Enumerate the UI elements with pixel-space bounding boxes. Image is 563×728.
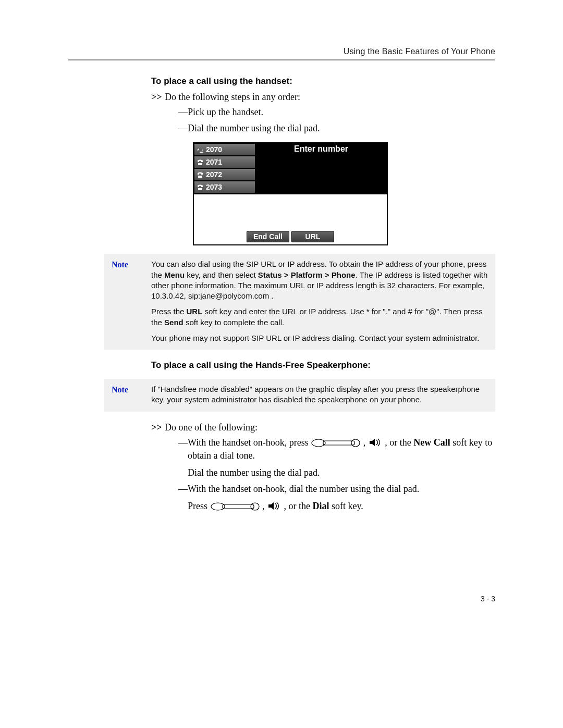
- svg-point-0: [202, 150, 203, 151]
- text: ,: [262, 501, 267, 511]
- phone-line-4-number: 2073: [206, 183, 222, 191]
- section1-title: To place a call using the handset:: [151, 76, 495, 87]
- phone-line-2-number: 2071: [206, 158, 222, 166]
- line-key-icon: [311, 438, 361, 448]
- section3-step-text: Do one of the following:: [165, 422, 258, 433]
- bullet-subpara: Dial the number using the dial pad.: [188, 466, 495, 479]
- text: With the handset on-hook, dial the numbe…: [188, 484, 419, 494]
- step-marker: >>: [151, 422, 165, 433]
- note-box-2: Note If "Handsfree mode disabled" appear…: [104, 379, 495, 412]
- note1-p3: Your phone may not support SIP URL or IP…: [151, 333, 488, 343]
- phone-line-1: 2070: [194, 143, 255, 156]
- text: Press the: [151, 307, 187, 316]
- text: ,: [363, 437, 368, 448]
- section1-bullets: Pick up the handset. Dial the number usi…: [151, 106, 495, 135]
- text: , or the: [284, 501, 313, 511]
- phone-line-3-number: 2072: [206, 170, 222, 179]
- phone-line-2: 2071: [194, 156, 255, 168]
- phone-icon: [197, 184, 204, 190]
- phone-line-1-number: 2070: [206, 145, 222, 154]
- phone-screen-right: Enter number: [255, 143, 387, 193]
- phone-line-4: 2073: [194, 181, 255, 193]
- page-number: 3 - 3: [481, 595, 495, 603]
- svg-point-6: [251, 503, 259, 510]
- speaker-key-icon: [267, 501, 282, 511]
- step-marker: >>: [151, 92, 165, 103]
- phone-line-keys: 2070 2071 2072: [194, 143, 255, 193]
- menu-key-name: Menu: [164, 270, 185, 279]
- bullet: Pick up the handset.: [178, 106, 495, 119]
- note2-p1: If "Handsfree mode disabled" appears on …: [151, 384, 488, 405]
- text: Press: [188, 501, 210, 511]
- text: , or the: [385, 437, 413, 448]
- phone-screen-top: 2070 2071 2072: [194, 143, 387, 194]
- text: With the handset on-hook, press: [188, 437, 311, 448]
- svg-rect-5: [223, 504, 254, 509]
- phone-screen-blank: [194, 194, 387, 229]
- softkey-url: URL: [291, 231, 334, 242]
- speaker-key-icon: [368, 437, 383, 448]
- note-label: Note: [112, 384, 151, 405]
- softkey-end-call: End Call: [247, 231, 289, 242]
- bullet-subpara: Press , , or the Dial soft key.: [188, 500, 495, 513]
- running-head: Using the Basic Features of Your Phone: [68, 47, 495, 56]
- text: soft key.: [329, 501, 363, 511]
- softkey-name: New Call: [413, 437, 450, 448]
- bullet: With the handset on-hook, press , , or t…: [178, 436, 495, 480]
- note-body: You can also dial using the SIP URL or I…: [151, 259, 488, 343]
- note-body: If "Handsfree mode disabled" appears on …: [151, 384, 488, 405]
- section1-step: >>Do the following steps in any order:: [151, 92, 495, 103]
- phone-screen-figure: 2070 2071 2072: [193, 142, 388, 245]
- softkey-name: URL: [187, 307, 203, 316]
- phone-icon: [197, 159, 204, 165]
- bullet: Dial the number using the dial pad.: [178, 122, 495, 135]
- note-box-1: Note You can also dial using the SIP URL…: [104, 254, 495, 350]
- phone-icon: [197, 171, 204, 178]
- menu-path: Status > Platform > Phone: [258, 270, 356, 279]
- section2-title: To place a call using the Hands-Free Spe…: [151, 360, 495, 371]
- phone-line-3: 2072: [194, 168, 255, 181]
- svg-rect-2: [323, 441, 354, 445]
- note1-p2: Press the URL soft key and enter the URL…: [151, 306, 488, 328]
- section3-step: >>Do one of the following:: [151, 422, 495, 433]
- content-column: To place a call using the handset: >>Do …: [151, 76, 495, 513]
- header-rule: [68, 59, 495, 60]
- svg-point-3: [351, 439, 360, 447]
- softkey-name: Dial: [313, 501, 329, 511]
- phone-screen-title: Enter number: [255, 143, 387, 155]
- softkey-name: Send: [164, 318, 183, 327]
- handset-off-hook-icon: [197, 146, 204, 153]
- text: key, and then select: [185, 270, 258, 279]
- line-key-icon: [210, 502, 260, 511]
- page: Using the Basic Features of Your Phone T…: [0, 0, 563, 728]
- phone-softkey-row: End Call URL: [194, 229, 387, 244]
- note1-p1: You can also dial using the SIP URL or I…: [151, 259, 488, 301]
- note-label: Note: [112, 259, 151, 343]
- section1-step-text: Do the following steps in any order:: [165, 92, 300, 102]
- text: soft key to complete the call.: [183, 318, 284, 327]
- bullet: With the handset on-hook, dial the numbe…: [178, 483, 495, 513]
- phone-screen-entry-area: [255, 155, 387, 193]
- section3-bullets: With the handset on-hook, press , , or t…: [151, 436, 495, 513]
